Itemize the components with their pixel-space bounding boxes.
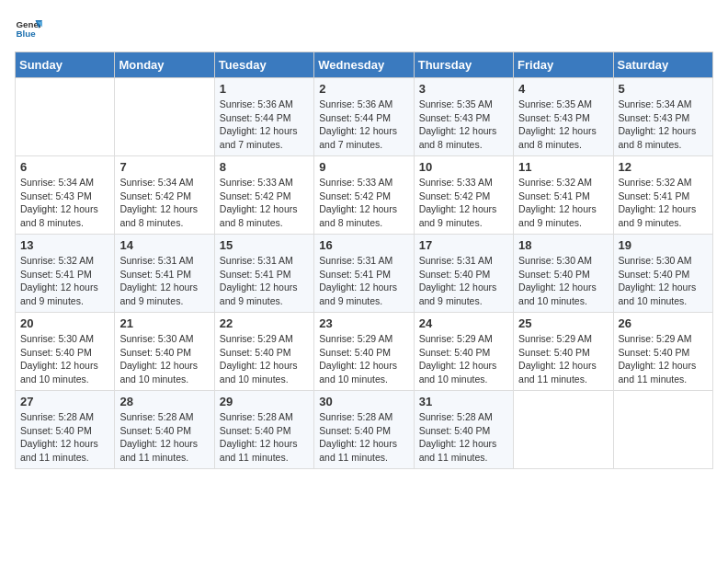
day-header-thursday: Thursday xyxy=(414,52,513,78)
day-number: 8 xyxy=(220,160,309,174)
calendar-cell: 10Sunrise: 5:33 AM Sunset: 5:42 PM Dayli… xyxy=(414,156,513,235)
day-number: 5 xyxy=(619,82,708,96)
day-info: Sunrise: 5:30 AM Sunset: 5:40 PM Dayligh… xyxy=(518,254,608,308)
day-info: Sunrise: 5:34 AM Sunset: 5:43 PM Dayligh… xyxy=(619,98,708,152)
day-info: Sunrise: 5:31 AM Sunset: 5:41 PM Dayligh… xyxy=(119,254,209,308)
day-info: Sunrise: 5:30 AM Sunset: 5:40 PM Dayligh… xyxy=(20,332,109,386)
day-number: 6 xyxy=(20,160,109,174)
day-info: Sunrise: 5:28 AM Sunset: 5:40 PM Dayligh… xyxy=(319,410,408,465)
calendar-cell: 3Sunrise: 5:35 AM Sunset: 5:43 PM Daylig… xyxy=(414,78,513,156)
day-info: Sunrise: 5:32 AM Sunset: 5:41 PM Dayligh… xyxy=(20,254,109,308)
logo-icon: General Blue xyxy=(15,15,42,42)
calendar-cell: 8Sunrise: 5:33 AM Sunset: 5:42 PM Daylig… xyxy=(214,156,313,235)
calendar-cell: 23Sunrise: 5:29 AM Sunset: 5:40 PM Dayli… xyxy=(314,313,414,391)
calendar-cell: 1Sunrise: 5:36 AM Sunset: 5:44 PM Daylig… xyxy=(214,78,313,156)
calendar-cell: 28Sunrise: 5:28 AM Sunset: 5:40 PM Dayli… xyxy=(115,391,214,469)
day-header-saturday: Saturday xyxy=(613,52,712,78)
day-info: Sunrise: 5:32 AM Sunset: 5:41 PM Dayligh… xyxy=(619,176,708,230)
day-number: 13 xyxy=(20,238,109,252)
day-number: 4 xyxy=(518,82,608,96)
day-info: Sunrise: 5:30 AM Sunset: 5:40 PM Dayligh… xyxy=(619,254,708,308)
calendar-cell xyxy=(613,391,712,469)
day-number: 27 xyxy=(20,395,109,408)
day-info: Sunrise: 5:36 AM Sunset: 5:44 PM Dayligh… xyxy=(220,98,309,152)
day-number: 30 xyxy=(319,395,408,408)
day-info: Sunrise: 5:28 AM Sunset: 5:40 PM Dayligh… xyxy=(20,410,109,465)
day-info: Sunrise: 5:35 AM Sunset: 5:43 PM Dayligh… xyxy=(518,98,608,152)
calendar-cell: 15Sunrise: 5:31 AM Sunset: 5:41 PM Dayli… xyxy=(214,235,313,313)
day-number: 17 xyxy=(419,238,508,252)
svg-text:Blue: Blue xyxy=(17,29,37,39)
day-info: Sunrise: 5:32 AM Sunset: 5:41 PM Dayligh… xyxy=(518,176,608,230)
calendar-cell: 22Sunrise: 5:29 AM Sunset: 5:40 PM Dayli… xyxy=(214,313,313,391)
day-number: 9 xyxy=(319,160,408,174)
day-number: 28 xyxy=(119,395,209,408)
day-number: 24 xyxy=(419,316,508,330)
calendar-cell: 11Sunrise: 5:32 AM Sunset: 5:41 PM Dayli… xyxy=(514,156,613,235)
day-number: 12 xyxy=(619,160,708,174)
calendar-cell xyxy=(514,391,613,469)
day-info: Sunrise: 5:35 AM Sunset: 5:43 PM Dayligh… xyxy=(419,98,508,152)
day-number: 18 xyxy=(518,238,608,252)
day-header-wednesday: Wednesday xyxy=(314,52,414,78)
calendar-cell: 27Sunrise: 5:28 AM Sunset: 5:40 PM Dayli… xyxy=(16,391,115,469)
day-number: 25 xyxy=(518,316,608,330)
day-info: Sunrise: 5:34 AM Sunset: 5:43 PM Dayligh… xyxy=(20,176,109,230)
day-info: Sunrise: 5:29 AM Sunset: 5:40 PM Dayligh… xyxy=(518,332,608,386)
day-info: Sunrise: 5:29 AM Sunset: 5:40 PM Dayligh… xyxy=(319,332,408,386)
calendar-cell: 13Sunrise: 5:32 AM Sunset: 5:41 PM Dayli… xyxy=(16,235,115,313)
day-number: 10 xyxy=(419,160,508,174)
day-number: 1 xyxy=(220,82,309,96)
calendar-cell: 12Sunrise: 5:32 AM Sunset: 5:41 PM Dayli… xyxy=(613,156,712,235)
day-number: 2 xyxy=(319,82,408,96)
day-info: Sunrise: 5:28 AM Sunset: 5:40 PM Dayligh… xyxy=(419,410,508,465)
calendar-cell: 2Sunrise: 5:36 AM Sunset: 5:44 PM Daylig… xyxy=(314,78,414,156)
week-row-2: 6Sunrise: 5:34 AM Sunset: 5:43 PM Daylig… xyxy=(16,156,713,235)
day-number: 15 xyxy=(220,238,309,252)
day-number: 7 xyxy=(119,160,209,174)
day-number: 21 xyxy=(119,316,209,330)
calendar-cell: 4Sunrise: 5:35 AM Sunset: 5:43 PM Daylig… xyxy=(514,78,613,156)
day-header-monday: Monday xyxy=(115,52,214,78)
day-info: Sunrise: 5:33 AM Sunset: 5:42 PM Dayligh… xyxy=(419,176,508,230)
header-row: SundayMondayTuesdayWednesdayThursdayFrid… xyxy=(16,52,713,78)
calendar-cell: 14Sunrise: 5:31 AM Sunset: 5:41 PM Dayli… xyxy=(115,235,214,313)
day-info: Sunrise: 5:34 AM Sunset: 5:42 PM Dayligh… xyxy=(119,176,209,230)
day-number: 14 xyxy=(119,238,209,252)
day-number: 31 xyxy=(419,395,508,408)
day-info: Sunrise: 5:36 AM Sunset: 5:44 PM Dayligh… xyxy=(319,98,408,152)
calendar-cell xyxy=(115,78,214,156)
day-number: 23 xyxy=(319,316,408,330)
calendar-cell: 7Sunrise: 5:34 AM Sunset: 5:42 PM Daylig… xyxy=(115,156,214,235)
week-row-3: 13Sunrise: 5:32 AM Sunset: 5:41 PM Dayli… xyxy=(16,235,713,313)
calendar-cell: 6Sunrise: 5:34 AM Sunset: 5:43 PM Daylig… xyxy=(16,156,115,235)
calendar-table: SundayMondayTuesdayWednesdayThursdayFrid… xyxy=(15,52,713,469)
day-number: 20 xyxy=(20,316,109,330)
day-number: 16 xyxy=(319,238,408,252)
calendar-cell: 9Sunrise: 5:33 AM Sunset: 5:42 PM Daylig… xyxy=(314,156,414,235)
calendar-cell: 30Sunrise: 5:28 AM Sunset: 5:40 PM Dayli… xyxy=(314,391,414,469)
day-info: Sunrise: 5:31 AM Sunset: 5:40 PM Dayligh… xyxy=(419,254,508,308)
day-header-sunday: Sunday xyxy=(16,52,115,78)
calendar-cell: 24Sunrise: 5:29 AM Sunset: 5:40 PM Dayli… xyxy=(414,313,513,391)
day-header-friday: Friday xyxy=(514,52,613,78)
day-info: Sunrise: 5:29 AM Sunset: 5:40 PM Dayligh… xyxy=(619,332,708,386)
logo: General Blue xyxy=(15,15,42,42)
day-number: 19 xyxy=(619,238,708,252)
day-number: 29 xyxy=(220,395,309,408)
calendar-cell: 19Sunrise: 5:30 AM Sunset: 5:40 PM Dayli… xyxy=(613,235,712,313)
calendar-cell: 18Sunrise: 5:30 AM Sunset: 5:40 PM Dayli… xyxy=(514,235,613,313)
day-info: Sunrise: 5:31 AM Sunset: 5:41 PM Dayligh… xyxy=(220,254,309,308)
day-info: Sunrise: 5:30 AM Sunset: 5:40 PM Dayligh… xyxy=(119,332,209,386)
calendar-cell: 31Sunrise: 5:28 AM Sunset: 5:40 PM Dayli… xyxy=(414,391,513,469)
day-info: Sunrise: 5:29 AM Sunset: 5:40 PM Dayligh… xyxy=(220,332,309,386)
week-row-5: 27Sunrise: 5:28 AM Sunset: 5:40 PM Dayli… xyxy=(16,391,713,469)
day-number: 11 xyxy=(518,160,608,174)
calendar-cell xyxy=(16,78,115,156)
day-info: Sunrise: 5:28 AM Sunset: 5:40 PM Dayligh… xyxy=(220,410,309,465)
day-info: Sunrise: 5:28 AM Sunset: 5:40 PM Dayligh… xyxy=(119,410,209,465)
calendar-cell: 5Sunrise: 5:34 AM Sunset: 5:43 PM Daylig… xyxy=(613,78,712,156)
calendar-cell: 29Sunrise: 5:28 AM Sunset: 5:40 PM Dayli… xyxy=(214,391,313,469)
calendar-cell: 26Sunrise: 5:29 AM Sunset: 5:40 PM Dayli… xyxy=(613,313,712,391)
day-info: Sunrise: 5:33 AM Sunset: 5:42 PM Dayligh… xyxy=(220,176,309,230)
